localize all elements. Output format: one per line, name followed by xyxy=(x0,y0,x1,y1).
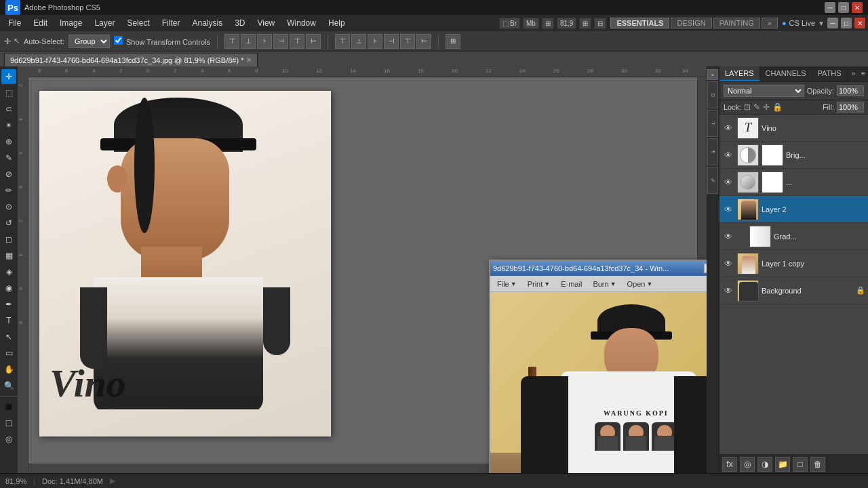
layer-vino[interactable]: 👁 T Vino xyxy=(719,115,868,142)
show-transform-checkbox[interactable] xyxy=(114,36,123,45)
move-tool-button[interactable]: ✛ xyxy=(1,69,16,84)
float-menu-burn[interactable]: Burn▼ xyxy=(589,279,620,289)
type-tool-button[interactable]: T xyxy=(1,313,16,328)
menu-filter[interactable]: Filter xyxy=(157,17,186,29)
distribute-top-button[interactable]: ⊤ xyxy=(335,34,350,49)
magic-wand-tool-button[interactable]: ✴ xyxy=(1,118,16,133)
lasso-tool-button[interactable]: ⊂ xyxy=(1,102,16,117)
menu-edit[interactable]: Edit xyxy=(28,17,53,29)
menu-layer[interactable]: Layer xyxy=(89,17,120,29)
zoom-tool-button[interactable]: 🔍 xyxy=(1,378,16,393)
layer-brightness-visibility[interactable]: 👁 xyxy=(722,149,734,161)
maximize-button[interactable]: □ xyxy=(838,2,849,13)
healing-tool-button[interactable]: ⊘ xyxy=(1,167,16,182)
float-minimize-button[interactable]: ─ xyxy=(704,264,707,273)
lock-position-icon[interactable]: ✛ xyxy=(763,102,770,112)
layer-gradient-visibility[interactable]: 👁 xyxy=(722,230,734,243)
opacity-value[interactable]: 100% xyxy=(837,85,864,96)
app-minimize-button[interactable]: ─ xyxy=(827,18,838,28)
app-restore-button[interactable]: □ xyxy=(841,18,852,28)
pen-tool-button[interactable]: ✒ xyxy=(1,297,16,312)
foreground-color-swatch[interactable]: ■ xyxy=(1,399,16,414)
menu-analysis[interactable]: Analysis xyxy=(186,17,228,29)
gradient-tool-button[interactable]: ▦ xyxy=(1,248,16,263)
lock-image-icon[interactable]: ✎ xyxy=(753,102,760,112)
fill-value[interactable]: 100% xyxy=(837,102,864,113)
collapse-toggle[interactable]: « xyxy=(707,69,718,80)
clone-stamp-tool-button[interactable]: ⊙ xyxy=(1,199,16,214)
layer-background[interactable]: 👁 Background 🔒 xyxy=(719,277,868,304)
new-adjustment-button[interactable]: ◑ xyxy=(757,457,772,472)
float-menu-email[interactable]: E-mail xyxy=(557,279,586,289)
distribute-hcenter-button[interactable]: ⊤ xyxy=(400,34,415,49)
dodge-tool-button[interactable]: ◉ xyxy=(1,281,16,296)
tab-close-button[interactable]: ✕ xyxy=(246,56,252,64)
menu-image[interactable]: Image xyxy=(54,17,87,29)
add-fx-button[interactable]: fx xyxy=(722,457,737,472)
menu-3d[interactable]: 3D xyxy=(229,17,250,29)
menu-view[interactable]: View xyxy=(252,17,280,29)
float-menu-print[interactable]: Print▼ xyxy=(524,279,555,289)
close-button[interactable]: ✕ xyxy=(852,2,863,13)
layer-1-copy[interactable]: 👁 Layer 1 copy xyxy=(719,250,868,277)
status-arrow[interactable]: ▶ xyxy=(110,476,115,485)
distribute-left-button[interactable]: ⊣ xyxy=(384,34,399,49)
hand-tool-button[interactable]: ✋ xyxy=(1,362,16,377)
background-color-swatch[interactable]: □ xyxy=(1,415,16,430)
layer-brightness[interactable]: 👁 Brig... xyxy=(719,142,868,169)
painting-button[interactable]: PAINTING xyxy=(713,18,760,28)
shape-tool-button[interactable]: ▭ xyxy=(1,346,16,361)
tab-channels[interactable]: CHANNELS xyxy=(760,66,812,81)
selection-tool-button[interactable]: ⬚ xyxy=(1,85,16,100)
auto-select-dropdown[interactable]: Group Layer xyxy=(68,35,110,48)
lock-transparency-icon[interactable]: ⊡ xyxy=(744,102,751,112)
menu-window[interactable]: Window xyxy=(281,17,321,29)
layer-2[interactable]: 👁 Layer 2 xyxy=(719,196,868,223)
align-top-button[interactable]: ⊤ xyxy=(224,34,239,49)
document-tab[interactable]: 9d629b91-f743-4760-bd64-694a13fcd37c_34.… xyxy=(4,53,258,66)
canvas-area[interactable]: 8 6 4 2 0 2 4 6 8 10 12 14 16 18 20 22 2… xyxy=(18,66,707,473)
collapsed-panel-item-4[interactable]: ✎ xyxy=(707,167,718,194)
distribute-right-button[interactable]: ⊢ xyxy=(416,34,431,49)
app-close-button[interactable]: ✕ xyxy=(854,18,865,28)
align-vcenter-button[interactable]: ⊥ xyxy=(241,34,256,49)
history-brush-tool-button[interactable]: ↺ xyxy=(1,216,16,230)
layer-adjustment-visibility[interactable]: 👁 xyxy=(722,176,734,188)
layer-1-copy-visibility[interactable]: 👁 xyxy=(722,258,734,270)
layer-vino-visibility[interactable]: 👁 xyxy=(722,122,734,134)
essentials-button[interactable]: ESSENTIALS xyxy=(610,18,669,28)
tab-paths[interactable]: PATHS xyxy=(812,66,848,81)
collapsed-panel-item-1[interactable]: ⊙ xyxy=(707,81,718,108)
floating-window[interactable]: 9d629b91-f743-4760-bd64-694a13fcd37c_34 … xyxy=(489,260,707,473)
lock-all-icon[interactable]: 🔒 xyxy=(772,102,783,112)
align-left-button[interactable]: ⊣ xyxy=(273,34,288,49)
eraser-tool-button[interactable]: ◻ xyxy=(1,232,16,247)
menu-help[interactable]: Help xyxy=(323,17,351,29)
design-button[interactable]: DESIGN xyxy=(671,18,711,28)
float-menu-open[interactable]: Open▼ xyxy=(623,279,657,289)
distribute-bottom-button[interactable]: ⊦ xyxy=(368,34,382,49)
path-selection-tool-button[interactable]: ↖ xyxy=(1,329,16,344)
new-layer-button[interactable]: □ xyxy=(793,457,808,472)
distribute-vcenter-button[interactable]: ⊥ xyxy=(351,34,366,49)
expand-workspaces-button[interactable]: » xyxy=(762,18,778,28)
collapsed-panel-item-2[interactable]: T xyxy=(707,110,718,137)
panel-menu-icon[interactable]: ≡ xyxy=(859,66,868,81)
brush-tool-button[interactable]: ✏ xyxy=(1,183,16,198)
delete-layer-button[interactable]: 🗑 xyxy=(810,457,825,472)
menu-select[interactable]: Select xyxy=(121,17,155,29)
tab-layers[interactable]: LAYERS xyxy=(719,66,760,81)
align-bottom-button[interactable]: ⊦ xyxy=(257,34,272,49)
layer-adjustment[interactable]: 👁 ... xyxy=(719,169,868,196)
panel-expand-button[interactable]: » xyxy=(848,66,858,81)
title-bar-controls[interactable]: ─ □ ✕ xyxy=(825,2,863,13)
quick-mask-button[interactable]: ◎ xyxy=(1,432,16,447)
add-mask-button[interactable]: ◎ xyxy=(740,457,755,472)
float-menu-file[interactable]: File▼ xyxy=(493,279,521,289)
blend-mode-dropdown[interactable]: Normal Multiply Screen xyxy=(724,85,804,97)
new-group-button[interactable]: 📁 xyxy=(775,457,790,472)
minimize-button[interactable]: ─ xyxy=(825,2,835,13)
menu-file[interactable]: File xyxy=(3,17,26,29)
layer-background-visibility[interactable]: 👁 xyxy=(722,285,734,297)
floating-window-controls[interactable]: ─ □ ✕ xyxy=(704,264,707,273)
